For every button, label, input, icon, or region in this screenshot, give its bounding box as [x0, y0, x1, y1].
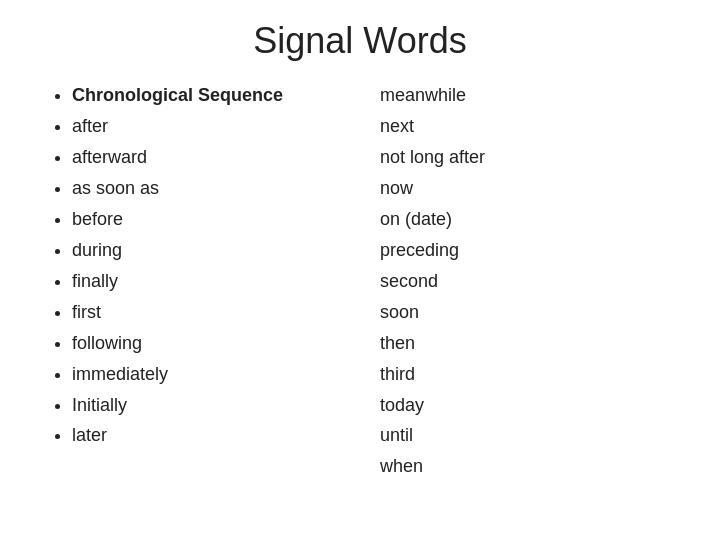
content-area: Chronological Sequenceafterafterwardas s…	[40, 80, 680, 520]
right-list-item: not long after	[380, 142, 680, 173]
left-list-item: finally	[72, 266, 350, 297]
page: Signal Words Chronological Sequenceafter…	[0, 0, 720, 540]
left-list-item: afterward	[72, 142, 350, 173]
right-list-item: next	[380, 111, 680, 142]
left-list: Chronological Sequenceafterafterwardas s…	[50, 80, 350, 451]
right-list-item: on (date)	[380, 204, 680, 235]
left-list-item: following	[72, 328, 350, 359]
left-list-item: before	[72, 204, 350, 235]
right-list-item: preceding	[380, 235, 680, 266]
left-list-item: after	[72, 111, 350, 142]
left-list-item: immediately	[72, 359, 350, 390]
left-list-item: Chronological Sequence	[72, 80, 350, 111]
right-column: meanwhilenextnot long afternowon (date)p…	[350, 80, 680, 520]
left-list-item: later	[72, 420, 350, 451]
right-list-item: when	[380, 451, 680, 482]
right-list-item: now	[380, 173, 680, 204]
right-list-item: then	[380, 328, 680, 359]
right-list-item: meanwhile	[380, 80, 680, 111]
left-list-item: first	[72, 297, 350, 328]
right-list: meanwhilenextnot long afternowon (date)p…	[380, 80, 680, 482]
page-title: Signal Words	[40, 20, 680, 62]
left-list-item: during	[72, 235, 350, 266]
right-list-item: today	[380, 390, 680, 421]
right-list-item: third	[380, 359, 680, 390]
right-list-item: second	[380, 266, 680, 297]
left-list-item: Initially	[72, 390, 350, 421]
right-list-item: until	[380, 420, 680, 451]
left-list-item: as soon as	[72, 173, 350, 204]
left-column: Chronological Sequenceafterafterwardas s…	[40, 80, 350, 520]
right-list-item: soon	[380, 297, 680, 328]
